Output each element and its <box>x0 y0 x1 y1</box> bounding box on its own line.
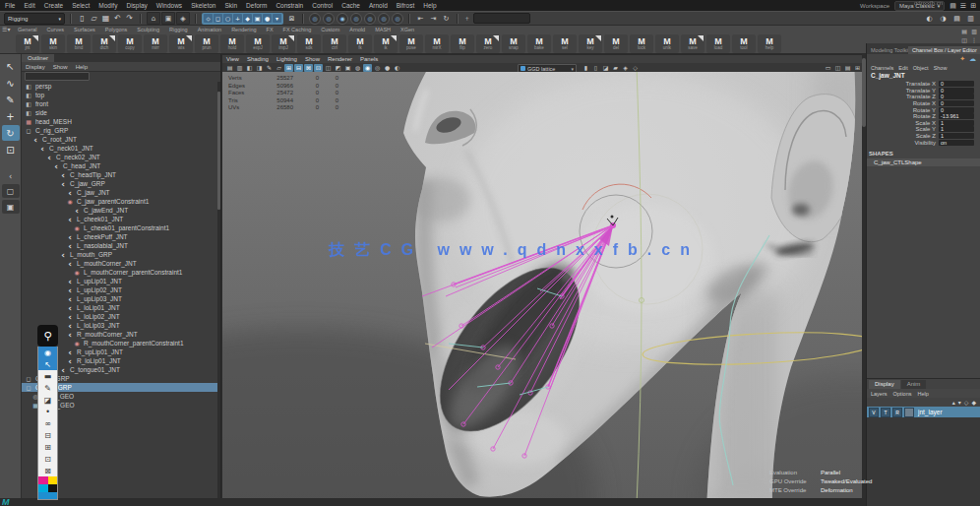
ipr-icon[interactable]: ◑ <box>938 13 949 24</box>
channel-label[interactable]: Rotate Z <box>867 113 939 119</box>
viewport-toolbar-icon[interactable]: ▭ <box>824 64 832 72</box>
shelf-tab[interactable]: Rendering <box>231 27 256 32</box>
shelf-tab[interactable]: Sculpting <box>137 27 159 32</box>
layer-menu-item[interactable]: Layers <box>871 391 888 397</box>
snap-curve-icon[interactable]: ◎ <box>323 13 335 25</box>
layer-editor-tab[interactable]: Anim <box>901 380 927 389</box>
shelf-button[interactable]: M del <box>604 34 628 53</box>
shelf-button[interactable]: M pose <box>399 34 423 53</box>
shelf-tab[interactable]: Rigging <box>169 27 188 32</box>
sidebar-toggle-icons[interactable]: ▤▥◫⋮ <box>960 28 978 43</box>
shelf-button[interactable]: M ctrl <box>323 34 346 53</box>
menu-item[interactable]: Skeleton <box>191 2 215 9</box>
layer-playback-toggle[interactable]: T <box>881 408 890 417</box>
render-icon[interactable]: ◐ <box>924 13 935 24</box>
snap-point-icon[interactable]: ◉ <box>337 13 348 25</box>
viewport-toolbar-icon[interactable]: ⊡ <box>314 64 323 72</box>
character-icon[interactable]: ✦ <box>959 55 965 63</box>
viewport-toolbar-icon[interactable]: ◪ <box>601 64 610 72</box>
outliner-filter-input[interactable] <box>25 72 90 81</box>
outliner-row[interactable]: C_head_JNT <box>22 161 220 170</box>
layer-display-type-toggle[interactable]: R <box>892 408 902 417</box>
screen-tool-icon[interactable]: ⊡ <box>38 453 57 465</box>
menu-item[interactable]: Windows <box>156 2 182 9</box>
shelf-button[interactable]: M help <box>758 34 781 53</box>
outliner-row[interactable]: L_upLip02_JNT <box>22 285 220 294</box>
shelf-button[interactable]: M expJ <box>246 34 270 53</box>
outliner-row[interactable]: persp <box>22 82 220 91</box>
capture-tool-icon[interactable]: ⊠ <box>38 465 57 476</box>
channel-box-object-name[interactable]: C_jaw_JNT <box>867 72 980 81</box>
outliner-row[interactable]: head_MESH <box>22 117 220 126</box>
viewport-toolbar-icon[interactable]: ▯ <box>591 64 600 72</box>
stamp-tool-icon[interactable]: ⊟ <box>38 429 57 441</box>
menu-item[interactable]: File <box>5 2 15 9</box>
mask-rendering-icon[interactable]: ● <box>263 14 272 23</box>
viewport-3d-scene[interactable] <box>222 72 865 497</box>
outliner-row[interactable]: L_upLip01_JNT <box>22 277 220 285</box>
hide-panel-tool-icon[interactable]: ◉ <box>38 347 57 358</box>
input-connections-icon[interactable]: ⇤ <box>415 13 426 24</box>
shelf-tab[interactable]: FX <box>267 27 274 32</box>
shelf-button[interactable]: M bind <box>67 34 91 53</box>
layer-color-swatch[interactable] <box>904 408 914 417</box>
viewport-toolbar-icon[interactable]: ◨ <box>255 64 264 72</box>
snap-grid-icon[interactable]: ◎ <box>309 13 321 25</box>
new-scene-icon[interactable]: ▯ <box>77 13 88 24</box>
viewport-toolbar-icon[interactable]: ▤ <box>843 64 852 72</box>
outliner-row[interactable]: top <box>22 91 220 99</box>
quick-selection-input[interactable] <box>473 13 530 24</box>
shelf-button[interactable]: M load <box>706 34 730 53</box>
viewport-toolbar-icon[interactable]: ◍ <box>353 64 362 72</box>
channel-value-field[interactable]: 0 <box>939 107 974 113</box>
outliner-row[interactable]: C_rig_GRP <box>22 126 220 135</box>
menu-item[interactable]: Edit <box>24 2 34 9</box>
outliner-row[interactable]: C_jaw_parentConstraint1 <box>22 197 220 206</box>
channel-box-menu-item[interactable]: Show <box>934 65 948 71</box>
shelf-button[interactable]: M tool <box>732 34 756 53</box>
channel-label[interactable]: Translate Y <box>867 88 939 94</box>
output-connections-icon[interactable]: ⇥ <box>428 13 439 24</box>
outliner-menu-item[interactable]: Show <box>53 64 68 70</box>
layer-menu-item[interactable]: Options <box>893 391 912 397</box>
channel-label[interactable]: Scale Y <box>867 126 939 132</box>
menu-item[interactable]: Help <box>423 2 436 9</box>
add-field-icon[interactable]: ＋ <box>463 14 470 24</box>
pointer-tool-icon[interactable]: ↖ <box>38 358 57 370</box>
new-layer-from-selected-icon[interactable]: ◆ <box>971 399 976 406</box>
move-layer-down-icon[interactable]: ▾ <box>958 399 961 406</box>
outliner-row[interactable]: L_loLip01_JNT <box>22 303 220 312</box>
object-mode-icon[interactable]: ▣ <box>161 12 175 25</box>
shelf-tab[interactable]: Custom <box>321 27 339 32</box>
viewport-toolbar-icon[interactable]: ◎ <box>373 64 382 72</box>
outliner-row[interactable]: C_headTip_JNT <box>22 170 220 179</box>
channel-value-field[interactable]: 1 <box>939 126 974 132</box>
open-scene-icon[interactable]: ▱ <box>89 13 99 24</box>
shelf-button[interactable]: M wts <box>169 34 193 53</box>
outliner-row[interactable]: front <box>22 99 220 108</box>
tab-modeling-toolkit[interactable]: Modeling Toolkit <box>867 46 908 54</box>
toolbox-collapse-icon[interactable]: ‹ <box>9 172 12 181</box>
outliner-row[interactable]: L_mouthCorner_JNT <box>22 259 220 268</box>
rotate-tool-icon[interactable]: ↻ <box>2 125 20 141</box>
shelf-tab[interactable]: Surfaces <box>74 27 95 32</box>
viewport-toolbar-icon[interactable]: ◉ <box>363 64 372 72</box>
pen-tool-icon[interactable]: ✎ <box>38 382 57 394</box>
shelf-button[interactable]: M skin <box>41 34 65 53</box>
select-tool-icon[interactable]: ↖ <box>2 58 20 74</box>
channel-label[interactable]: Visibility <box>867 140 939 146</box>
channel-box-menu-item[interactable]: Edit <box>898 65 907 71</box>
palette-swatch[interactable] <box>38 476 48 484</box>
shelf-button[interactable]: M ik <box>374 34 398 53</box>
channel-label[interactable]: Translate Z <box>867 94 939 99</box>
viewport-toolbar-icon[interactable]: ◫ <box>833 64 842 72</box>
display-layer-row[interactable]: V T R jnt_layer <box>867 407 980 417</box>
viewport-menu-item[interactable]: Renderer <box>328 56 352 62</box>
shelf-button[interactable]: M mirX <box>425 34 449 53</box>
outliner-row[interactable]: C_neck02_JNT <box>22 153 220 161</box>
viewport-toolbar-icon[interactable]: ▰ <box>611 64 620 72</box>
channel-value-field[interactable]: -13.961 <box>939 113 974 119</box>
highlighter-tool-icon[interactable]: ▬ <box>38 370 57 382</box>
shelf-button[interactable]: M prun <box>195 34 218 53</box>
move-tool-icon[interactable]: + <box>2 108 20 124</box>
